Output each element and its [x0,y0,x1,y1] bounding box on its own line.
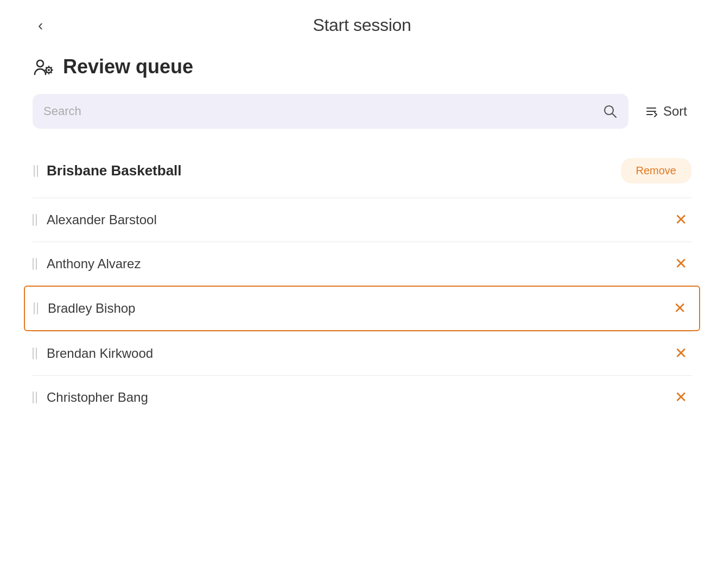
back-button[interactable]: ‹ [33,16,48,35]
close-icon: ✕ [675,389,687,406]
item-left: Christopher Bang [33,390,148,405]
group-name: Brisbane Basketball [47,162,182,179]
remove-item-button[interactable]: ✕ [670,344,691,363]
svg-line-10 [51,67,52,68]
close-icon: ✕ [675,211,687,228]
sort-button[interactable]: Sort [639,102,691,121]
item-name: Christopher Bang [47,390,148,405]
svg-point-2 [48,69,50,71]
remove-item-button[interactable]: ✕ [670,210,691,230]
search-icon [602,104,618,119]
list-item-highlighted: Bradley Bishop ✕ [24,286,700,331]
close-icon: ✕ [674,300,686,317]
heading-text: Review queue [63,55,193,78]
page-title: Start session [313,15,411,35]
svg-line-8 [51,72,52,73]
search-input[interactable] [43,104,597,118]
search-icon-button[interactable] [602,104,618,119]
item-drag-handle[interactable] [33,391,37,403]
svg-point-11 [605,106,613,115]
item-drag-handle[interactable] [33,258,37,270]
item-left: Brendan Kirkwood [33,346,153,361]
svg-line-7 [46,67,47,68]
list-item: Alexander Barstool ✕ [33,198,691,242]
back-icon: ‹ [38,17,43,34]
close-icon: ✕ [675,255,687,272]
sort-icon [644,104,659,119]
page-heading: Review queue [33,55,691,79]
item-name: Alexander Barstool [47,212,157,227]
list-item: Anthony Alvarez ✕ [33,242,691,286]
group-header-left: Brisbane Basketball [33,162,182,179]
remove-item-button[interactable]: ✕ [670,254,691,274]
sort-label: Sort [663,104,687,119]
remove-item-button[interactable]: ✕ [670,388,691,407]
item-left: Anthony Alvarez [33,256,141,271]
group-header: Brisbane Basketball Remove [33,148,691,193]
page-container: ‹ Start session Review queue [0,0,724,588]
header: ‹ Start session [33,0,691,46]
close-icon: ✕ [675,345,687,362]
remove-item-button[interactable]: ✕ [669,299,690,318]
item-name: Bradley Bishop [48,301,135,316]
item-name: Anthony Alvarez [47,256,141,271]
svg-line-12 [612,114,616,118]
svg-point-0 [37,60,43,67]
item-name: Brendan Kirkwood [47,346,153,361]
svg-line-9 [46,72,47,73]
item-drag-handle[interactable] [33,214,37,226]
search-container [33,94,628,129]
list-item: Brendan Kirkwood ✕ [33,331,691,375]
search-bar-row: Sort [33,94,691,129]
items-list: Alexander Barstool ✕ Anthony Alvarez ✕ [33,198,691,419]
group-drag-handle[interactable] [33,163,39,179]
item-drag-handle[interactable] [34,302,38,314]
list-item: Christopher Bang ✕ [33,375,691,419]
item-left: Bradley Bishop [34,301,135,316]
remove-button[interactable]: Remove [621,158,691,184]
review-queue-icon [33,55,56,79]
item-left: Alexander Barstool [33,212,157,227]
item-drag-handle[interactable] [33,347,37,359]
